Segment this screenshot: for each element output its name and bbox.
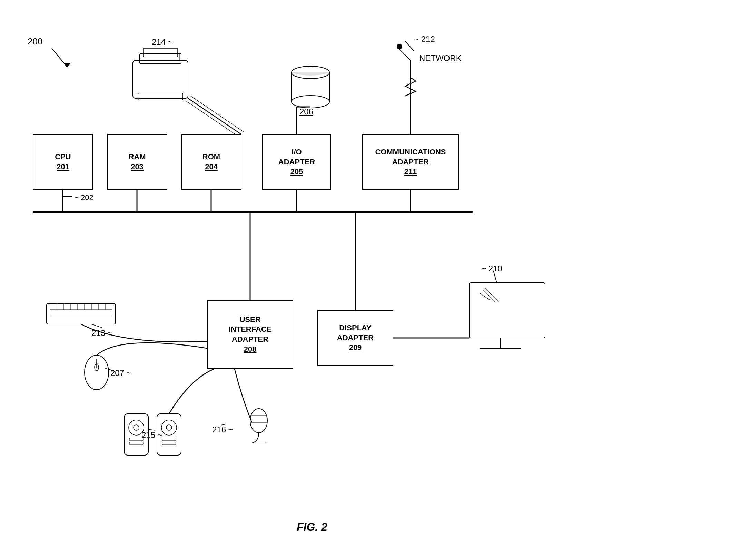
ui-adapter-ref: 208 xyxy=(244,344,257,354)
svg-line-29 xyxy=(190,96,244,132)
svg-rect-65 xyxy=(162,438,176,441)
svg-rect-41 xyxy=(47,303,116,324)
ram-ref: 203 xyxy=(131,162,144,172)
svg-rect-34 xyxy=(469,283,545,338)
ref-210-label: ~ 210 xyxy=(481,264,502,273)
svg-line-36 xyxy=(483,290,495,302)
svg-rect-22 xyxy=(140,53,181,64)
comm-adapter-ref: 211 xyxy=(404,167,417,177)
svg-marker-1 xyxy=(64,63,71,67)
ram-box: RAM 203 xyxy=(107,134,167,190)
cpu-box: CPU 201 xyxy=(33,134,93,190)
diagram-svg xyxy=(0,0,731,560)
rom-ref: 204 xyxy=(205,162,218,172)
comm-adapter-box: COMMUNICATIONSADAPTER 211 xyxy=(362,134,459,190)
ui-adapter-box: USERINTERFACEADAPTER 208 xyxy=(207,300,293,369)
io-adapter-ref: 205 xyxy=(290,167,303,177)
ref-207-label: 207 ~ xyxy=(110,368,131,378)
display-adapter-box: DISPLAYADAPTER 209 xyxy=(317,310,393,366)
svg-line-28 xyxy=(186,101,239,137)
svg-point-64 xyxy=(166,425,172,430)
ref-214-label: 214 ~ xyxy=(152,37,173,47)
ram-label: RAM xyxy=(128,152,146,162)
ref-200-label: 200 xyxy=(28,36,42,47)
svg-rect-21 xyxy=(133,60,188,98)
rom-box: ROM 204 xyxy=(181,134,241,190)
io-adapter-box: I/OADAPTER 205 xyxy=(262,134,331,190)
comm-adapter-label: COMMUNICATIONSADAPTER xyxy=(375,147,446,167)
svg-rect-61 xyxy=(129,442,143,445)
svg-rect-60 xyxy=(129,438,143,441)
ui-adapter-label: USERINTERFACEADAPTER xyxy=(229,315,272,344)
figure-caption: FIG. 2 xyxy=(297,521,327,533)
display-adapter-label: DISPLAYADAPTER xyxy=(337,323,374,343)
svg-point-53 xyxy=(85,355,109,390)
svg-point-20 xyxy=(292,96,329,108)
svg-rect-24 xyxy=(138,93,183,100)
cpu-ref: 201 xyxy=(57,162,69,172)
ref-212-label: ~ 212 xyxy=(414,34,435,44)
ref-215-correct-label: 215 ~ xyxy=(141,430,162,440)
svg-line-35 xyxy=(480,293,490,300)
svg-rect-23 xyxy=(143,48,178,57)
ref-202-label: ~ 202 xyxy=(74,193,93,202)
svg-line-32 xyxy=(405,41,414,51)
svg-line-0 xyxy=(52,48,67,67)
ref-206-label: 206 xyxy=(299,107,313,117)
ref-213-label: 213 ~ xyxy=(91,328,112,338)
svg-point-55 xyxy=(95,364,99,371)
ref-216-label: 216 ~ xyxy=(212,425,233,434)
svg-line-31 xyxy=(398,48,411,60)
svg-point-68 xyxy=(250,409,267,433)
svg-line-37 xyxy=(485,288,498,302)
svg-point-33 xyxy=(397,44,402,49)
svg-rect-66 xyxy=(162,442,176,445)
svg-line-52 xyxy=(91,324,102,328)
display-adapter-ref: 209 xyxy=(349,343,362,353)
svg-line-27 xyxy=(188,98,241,134)
svg-point-63 xyxy=(161,420,177,435)
cpu-label: CPU xyxy=(55,152,71,162)
svg-point-59 xyxy=(134,425,139,430)
diagram-container: CPU 201 RAM 203 ROM 204 I/OADAPTER 205 C… xyxy=(0,0,731,560)
svg-point-17 xyxy=(292,66,329,79)
io-adapter-label: I/OADAPTER xyxy=(278,147,315,167)
rom-label: ROM xyxy=(202,152,220,162)
network-label: NETWORK xyxy=(419,53,462,63)
